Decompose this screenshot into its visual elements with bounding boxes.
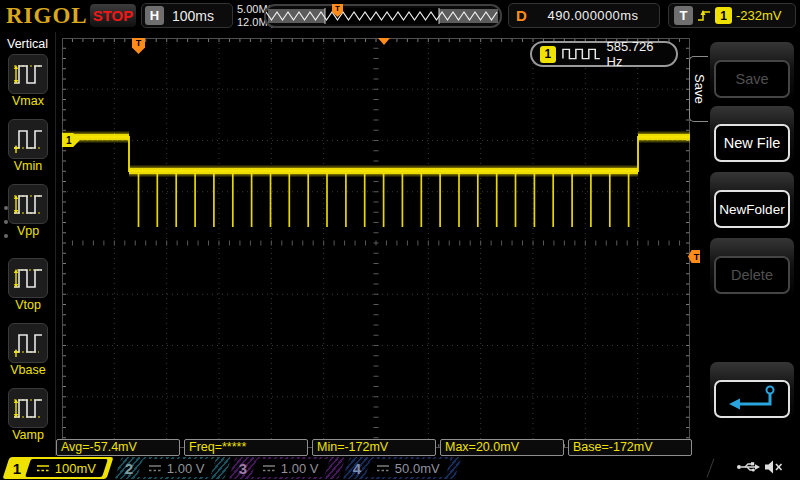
rising-edge-icon [697,8,711,24]
measure-sidebar: Vertical Vmax Vmin Vpp [0,32,56,456]
waveform-preview-scrollbar[interactable]: T [264,4,502,28]
dc-coupling-icon [148,463,162,473]
usb-icon [736,460,760,474]
new-folder-button[interactable]: NewFolder [714,190,790,228]
vbase-icon [11,326,45,360]
channel4-inner: 50.0mV [365,459,451,477]
channel4-scale: 50.0mV [395,461,440,476]
channel4-number: 4 [346,460,368,477]
vmax-button[interactable] [8,54,48,94]
vpp-icon [11,187,45,221]
trigger-status-box[interactable]: T 1 -232mV [668,3,796,28]
square-wave-icon [562,46,601,62]
vtop-icon [11,261,45,295]
vmin-button[interactable] [8,119,48,159]
channel3-number: 3 [232,460,254,477]
channel2-scale: 1.00 V [167,461,205,476]
preview-wave-svg [266,6,500,26]
scope-display: 1 T T 1 585.726 Hz [62,38,690,448]
delay-box[interactable]: D 490.000000ms [508,3,660,28]
menu-title: Save [692,74,707,104]
delete-button-container: Delete [710,238,794,298]
measurement-base: Base=-172mV [568,439,692,456]
channel3-inner: 1.00 V [251,459,329,477]
timebase-value: 100ms [172,8,214,24]
measurement-min: Min=-172mV [312,439,436,456]
new-file-button-container: New File [710,106,794,166]
measurement-freq: Freq=***** [184,439,308,456]
channel1-scale: 100mV [55,461,96,476]
channel1-inner: 100mV [25,459,107,477]
channel2-inner: 1.00 V [137,459,215,477]
measurement-avg: Avg=-57.4mV [56,439,180,456]
dc-coupling-icon [262,463,276,473]
delay-value: 490.000000ms [527,8,659,23]
page-dot-1 [4,206,8,210]
frequency-counter[interactable]: 1 585.726 Hz [530,41,678,67]
vtop-label: Vtop [0,298,56,312]
vamp-icon [11,391,45,425]
vmax-icon [11,57,45,91]
counter-value: 585.726 Hz [607,39,668,69]
channel1-number: 1 [6,460,28,477]
horizontal-timebase-box[interactable]: H 100ms [141,3,233,28]
save-button-container: Save [710,42,794,102]
dc-coupling-icon [376,463,390,473]
speaker-muted-icon [763,459,783,475]
save-menu: Save Save New File NewFolder Delete [700,32,800,456]
dc-coupling-icon [36,463,50,473]
menu-title-tab: Save [689,56,708,122]
page-dot-2 [4,220,8,224]
delay-indicator-icon [378,38,390,51]
channel2-tag[interactable]: 2 1.00 V [114,457,231,479]
graticule [62,38,690,448]
vmin-icon [11,122,45,156]
channel1-tag[interactable]: 1 100mV [2,457,113,479]
trigger-level-value: -232mV [736,8,782,23]
vamp-button[interactable] [8,388,48,428]
measure-category-title: Vertical [0,32,55,51]
rigol-logo: RIGOL [6,3,88,29]
new-file-button[interactable]: New File [714,124,790,162]
h-badge: H [145,6,164,25]
vmax-label: Vmax [0,94,56,108]
trigger-source-badge: 1 [715,7,732,24]
channel3-scale: 1.00 V [281,461,319,476]
back-button[interactable] [714,380,790,418]
return-arrow-icon [724,383,780,415]
delete-button[interactable]: Delete [714,256,790,294]
channel3-tag[interactable]: 3 1.00 V [228,457,345,479]
vbase-button[interactable] [8,323,48,363]
counter-channel-badge: 1 [540,46,556,63]
run-state-button[interactable]: STOP [89,3,137,28]
measurement-max: Max=20.0mV [440,439,564,456]
channel4-tag[interactable]: 4 50.0mV [342,457,461,479]
channel2-number: 2 [118,460,140,477]
measurement-readouts: Avg=-57.4mV Freq=***** Min=-172mV Max=20… [56,439,692,456]
back-button-container [710,362,794,422]
channel-status-bar: 1 100mV 2 1.00 V 3 1.00 V [0,456,800,480]
vbase-label: Vbase [0,363,56,377]
page-dot-3 [4,234,8,238]
vtop-button[interactable] [8,258,48,298]
save-button[interactable]: Save [714,60,790,98]
vpp-label: Vpp [0,224,56,238]
t-badge: T [674,6,693,25]
top-status-bar: RIGOL STOP H 100ms 5.00MSa/s 12.0M pts T… [0,0,800,32]
vamp-label: Vamp [0,428,56,442]
new-folder-button-container: NewFolder [710,172,794,232]
d-badge: D [516,7,527,24]
statusbar-divider [707,458,715,477]
vmin-label: Vmin [0,159,56,173]
vpp-button[interactable] [8,184,48,224]
